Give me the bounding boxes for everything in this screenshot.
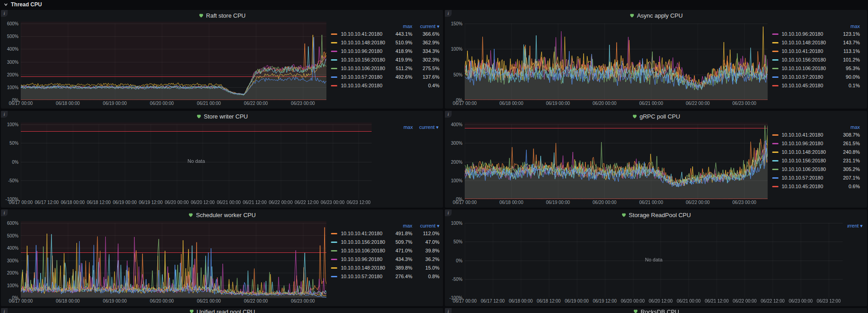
panel-info-icon[interactable]: i: [1, 111, 8, 118]
panel-info-icon[interactable]: i: [1, 308, 8, 313]
legend-max-value: 143.7%: [838, 38, 860, 47]
x-axis: 06/17 00:0006/17 12:0006/18 00:0006/18 1…: [21, 199, 372, 206]
legend-series-name[interactable]: 10.10.10.156:20180: [782, 156, 837, 165]
y-axis-label: 600%: [7, 221, 19, 226]
panel-header[interactable]: Unified read pool CPU: [1, 308, 443, 313]
x-axis-label: 06/21 00:00: [639, 101, 663, 106]
legend-header-current[interactable]: current ▾: [414, 222, 439, 229]
legend-series-name[interactable]: 10.10.10.96:20180: [782, 139, 837, 148]
legend-series-name[interactable]: 10.10.10.148:20180: [341, 264, 387, 272]
x-axis-label: 06/22 00:00: [269, 200, 292, 205]
chart-plot-area[interactable]: No data: [21, 123, 372, 199]
legend-series-name[interactable]: 10.10.10.96:20180: [782, 30, 837, 38]
legend-series-name[interactable]: 10.10.10.96:20180: [341, 47, 387, 56]
panel-header[interactable]: Raft store CPU: [1, 10, 443, 21]
panel-info-icon[interactable]: i: [445, 10, 452, 17]
chart-plot-area[interactable]: [21, 22, 326, 100]
legend-series-name[interactable]: 10.10.10.41:20180: [782, 131, 837, 139]
legend-header-max[interactable]: max: [838, 123, 860, 131]
legend-series-name[interactable]: 10.10.10.41:20180: [341, 229, 387, 238]
legend-series-name[interactable]: 10.10.10.148:20180: [782, 38, 837, 47]
y-axis-label: 400%: [7, 246, 19, 251]
panel-info-icon[interactable]: i: [1, 209, 8, 216]
legend-header-max[interactable]: max: [389, 23, 412, 30]
legend-current-value: 366.6%: [414, 30, 439, 38]
legend-series-name[interactable]: 10.10.10.57:20180: [782, 174, 837, 182]
x-axis-label: 06/21 12:00: [705, 299, 729, 304]
legend-series-name[interactable]: 10.10.10.41:20180: [782, 47, 837, 56]
panel-info-icon[interactable]: i: [1, 10, 8, 17]
legend-max-value: 261.5%: [838, 139, 860, 148]
series-color-dash-icon: [772, 169, 778, 170]
legend-series-name[interactable]: 10.10.10.45:20180: [782, 182, 837, 191]
legend-series-name[interactable]: 10.10.10.156:20180: [341, 238, 387, 247]
panel-header[interactable]: Storage ReadPool CPU: [445, 209, 867, 220]
legend-series-name[interactable]: 10.10.10.57:20180: [341, 73, 387, 81]
legend-series-name[interactable]: 10.10.10.106:20180: [782, 64, 837, 73]
x-axis-label: 06/18 00:00: [56, 299, 80, 304]
chart-canvas[interactable]: [465, 123, 768, 199]
x-axis-label: 06/23 00:00: [732, 200, 756, 205]
legend-header-max[interactable]: max: [838, 23, 860, 30]
chart-plot-area[interactable]: [465, 123, 768, 199]
legend-series-name[interactable]: 10.10.10.156:20180: [341, 56, 387, 64]
y-axis-label: 50%: [453, 239, 462, 244]
legend-series-name[interactable]: 10.10.10.57:20180: [341, 272, 387, 281]
panel-header[interactable]: Scheduler worker CPU: [1, 209, 443, 220]
panel-info-icon[interactable]: i: [445, 308, 452, 313]
legend-series-name[interactable]: 10.10.10.156:20180: [782, 56, 837, 64]
panel-info-icon[interactable]: i: [445, 111, 452, 118]
panel-header[interactable]: gRPC poll CPU: [445, 111, 867, 122]
chart-canvas[interactable]: [21, 22, 326, 100]
panel-header[interactable]: RocksDB CPU: [445, 308, 867, 313]
x-axis-label: 06/22 00:00: [244, 299, 268, 304]
x-axis-label: 06/19 00:00: [113, 200, 137, 205]
y-axis-label: 100%: [451, 47, 462, 52]
x-axis-label: 06/17 00:00: [453, 299, 477, 304]
legend-series-name[interactable]: 10.10.10.148:20180: [782, 148, 837, 156]
panel-unified-read-pool-cpu: i Unified read pool CPU: [1, 308, 443, 313]
legend-header-current[interactable]: current ▾: [847, 222, 863, 229]
chart-canvas[interactable]: [21, 221, 326, 298]
row-header-thread-cpu[interactable]: Thread CPU: [0, 0, 868, 9]
legend-series-name[interactable]: 10.10.10.45:20180: [782, 81, 837, 90]
legend-max-value: 492.6%: [389, 73, 412, 81]
chart-canvas[interactable]: [465, 22, 768, 100]
series-color-dash-icon: [772, 160, 778, 161]
legend-series-name[interactable]: 10.10.10.106:20180: [341, 64, 387, 73]
x-axis-label: 06/18 12:00: [537, 299, 561, 304]
panel-title: gRPC poll CPU: [640, 113, 680, 120]
legend-header-max[interactable]: max: [403, 123, 413, 131]
legend-series-name[interactable]: 10.10.10.106:20180: [782, 165, 837, 174]
panel-grpc-poll-cpu: i gRPC poll CPU 0%100%200%300%400% 06/17…: [445, 111, 867, 208]
panel-header[interactable]: Async apply CPU: [445, 10, 867, 21]
legend-max-value: 434.3%: [389, 255, 412, 264]
legend-header-current[interactable]: current ▾: [419, 123, 439, 131]
legend: maxcurrent ▾: [843, 221, 863, 304]
legend-series-name[interactable]: 10.10.10.106:20180: [341, 247, 387, 255]
alert-ok-heart-icon: [629, 13, 635, 18]
legend-header-current[interactable]: current ▾: [414, 23, 439, 30]
legend-series-name[interactable]: 10.10.10.148:20180: [341, 38, 387, 47]
x-axis: 06/17 00:0006/18 00:0006/19 00:0006/20 0…: [465, 199, 768, 206]
x-axis-label: 06/17 12:00: [35, 200, 59, 205]
legend-header-current[interactable]: current ▾: [861, 23, 863, 30]
chart-plot-area[interactable]: No data: [465, 221, 843, 298]
legend-series-name[interactable]: 10.10.10.57:20180: [782, 73, 837, 81]
legend-header-current[interactable]: current ▾: [861, 123, 863, 131]
legend-series-name[interactable]: 10.10.10.41:20180: [341, 30, 387, 38]
alert-ok-heart-icon: [198, 13, 204, 18]
legend-series-name[interactable]: 10.10.10.45:20180: [341, 81, 387, 90]
x-axis-label: 06/22 12:00: [295, 200, 319, 205]
panel-header[interactable]: Store writer CPU: [1, 111, 443, 122]
legend-series-name[interactable]: 10.10.10.96:20180: [341, 255, 387, 264]
x-axis-label: 06/19 00:00: [103, 299, 127, 304]
chart-plot-area[interactable]: [21, 221, 326, 298]
y-axis: 0%100%200%300%400%500%600%: [5, 22, 21, 107]
x-axis-label: 06/22 00:00: [244, 101, 268, 106]
x-axis-label: 06/21 00:00: [217, 200, 241, 205]
legend-header-max[interactable]: max: [389, 222, 412, 229]
panel-info-icon[interactable]: i: [445, 209, 452, 216]
chart-plot-area[interactable]: [465, 22, 768, 100]
panel-title: Storage ReadPool CPU: [629, 212, 691, 218]
